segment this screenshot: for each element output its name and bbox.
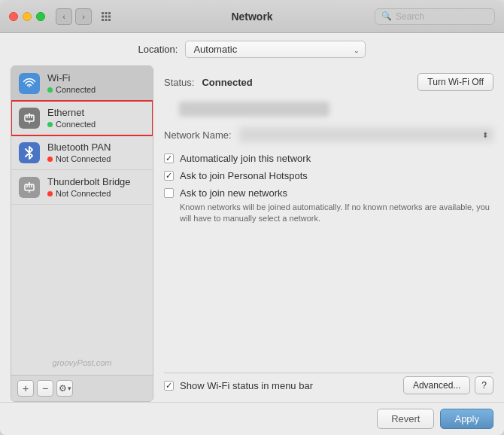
back-button[interactable]: ‹ bbox=[56, 8, 72, 25]
thunderbolt-item-name: Thunderbolt Bridge bbox=[47, 176, 131, 187]
personal-hotspot-row: ✓ Ask to join Personal Hotspots bbox=[164, 170, 493, 181]
description-text: Known networks will be joined automatica… bbox=[180, 202, 493, 225]
location-select[interactable]: Automatic bbox=[185, 41, 366, 58]
svg-rect-1 bbox=[105, 12, 108, 14]
advanced-button[interactable]: Advanced... bbox=[403, 376, 470, 394]
ip-address-blurred bbox=[172, 102, 493, 117]
forward-button[interactable]: › bbox=[75, 8, 92, 25]
search-icon: 🔍 bbox=[381, 11, 392, 21]
personal-hotspot-label: Ask to join Personal Hotspots bbox=[180, 170, 308, 181]
window-title: Network bbox=[231, 11, 272, 23]
sidebar-list: Wi-Fi Connected bbox=[11, 66, 153, 354]
bluetooth-icon-bg bbox=[19, 142, 40, 163]
checkmark-icon: ✓ bbox=[165, 172, 172, 180]
auto-join-checkbox[interactable]: ✓ bbox=[164, 154, 174, 163]
wifi-item-name: Wi-Fi bbox=[47, 72, 96, 84]
search-placeholder-text: Search bbox=[396, 11, 488, 22]
sidebar-item-bluetooth[interactable]: Bluetooth PAN Not Connected bbox=[11, 135, 153, 170]
ethernet-status-text: Connected bbox=[56, 120, 96, 129]
grid-button[interactable] bbox=[98, 8, 114, 25]
wifi-icon-bg bbox=[19, 73, 40, 94]
status-value: Connected bbox=[202, 77, 252, 88]
gear-button[interactable]: ⚙ ▾ bbox=[56, 380, 73, 397]
options-section: ✓ Automatically join this network ✓ Ask … bbox=[164, 153, 493, 225]
thunderbolt-icon-bg bbox=[19, 177, 40, 198]
bluetooth-item-name: Bluetooth PAN bbox=[47, 141, 111, 153]
status-label: Status: bbox=[164, 77, 194, 88]
divider bbox=[164, 373, 493, 373]
network-name-select-wrapper[interactable] bbox=[239, 127, 493, 142]
ip-blur bbox=[179, 102, 329, 117]
wifi-item-info: Wi-Fi Connected bbox=[47, 72, 96, 94]
close-button[interactable] bbox=[9, 12, 18, 21]
maximize-button[interactable] bbox=[36, 12, 45, 21]
thunderbolt-status-text: Not Connected bbox=[56, 189, 111, 198]
remove-service-button[interactable]: − bbox=[37, 380, 53, 397]
new-networks-checkbox[interactable] bbox=[164, 188, 174, 198]
svg-rect-7 bbox=[105, 19, 108, 21]
bottom-bar: Revert Apply bbox=[0, 402, 504, 435]
svg-rect-3 bbox=[102, 15, 104, 17]
traffic-lights bbox=[9, 12, 45, 21]
nav-buttons: ‹ › bbox=[56, 8, 92, 25]
ethernet-item-info: Ethernet Connected bbox=[47, 107, 96, 129]
search-box[interactable]: 🔍 Search bbox=[375, 8, 495, 25]
ethernet-item-status: Connected bbox=[47, 120, 96, 129]
new-networks-label: Ask to join new networks bbox=[180, 187, 287, 199]
ethernet-status-dot bbox=[47, 122, 53, 127]
ethernet-item-name: Ethernet bbox=[47, 107, 96, 118]
svg-rect-4 bbox=[105, 15, 108, 17]
svg-rect-0 bbox=[102, 12, 104, 14]
main-content: Wi-Fi Connected bbox=[0, 65, 504, 402]
ethernet-icon-bg bbox=[19, 108, 40, 129]
bluetooth-item-status: Not Connected bbox=[47, 154, 111, 163]
revert-button[interactable]: Revert bbox=[377, 409, 434, 429]
advanced-help-group: Advanced... ? bbox=[403, 376, 493, 394]
sidebar-footer: + − ⚙ ▾ bbox=[11, 375, 153, 401]
location-label: Location: bbox=[138, 44, 178, 55]
network-name-row: Network Name: bbox=[164, 127, 493, 142]
chevron-down-icon: ▾ bbox=[68, 385, 71, 392]
sidebar: Wi-Fi Connected bbox=[11, 65, 153, 402]
bottom-options: ✓ Show Wi-Fi status in menu bar Advanced… bbox=[164, 370, 493, 402]
bluetooth-status-dot bbox=[47, 157, 53, 162]
bluetooth-status-text: Not Connected bbox=[56, 154, 111, 163]
auto-join-label: Automatically join this network bbox=[180, 153, 311, 164]
minimize-button[interactable] bbox=[23, 12, 32, 21]
thunderbolt-item-info: Thunderbolt Bridge Not Connected bbox=[47, 176, 131, 198]
network-name-label: Network Name: bbox=[164, 129, 232, 141]
svg-rect-8 bbox=[108, 19, 111, 21]
checkmark-icon: ✓ bbox=[165, 154, 172, 163]
bluetooth-item-info: Bluetooth PAN Not Connected bbox=[47, 141, 111, 163]
wifi-item-status: Connected bbox=[47, 85, 96, 94]
sidebar-item-wifi[interactable]: Wi-Fi Connected bbox=[11, 66, 153, 101]
checkmark-icon: ✓ bbox=[165, 382, 172, 390]
bottom-row: ✓ Show Wi-Fi status in menu bar Advanced… bbox=[164, 376, 493, 397]
new-networks-row: Ask to join new networks bbox=[164, 187, 493, 199]
auto-join-row: ✓ Automatically join this network bbox=[164, 153, 493, 164]
status-row: Status: Connected Turn Wi-Fi Off bbox=[164, 73, 493, 91]
apply-button[interactable]: Apply bbox=[440, 409, 493, 429]
add-service-button[interactable]: + bbox=[17, 380, 34, 397]
main-window: ‹ › Network 🔍 Search Location: bbox=[0, 0, 504, 435]
show-wifi-row: ✓ Show Wi-Fi status in menu bar bbox=[164, 380, 313, 391]
personal-hotspot-checkbox[interactable]: ✓ bbox=[164, 171, 174, 181]
svg-rect-6 bbox=[102, 19, 104, 21]
titlebar: ‹ › Network 🔍 Search bbox=[0, 0, 504, 33]
turn-wifi-button[interactable]: Turn Wi-Fi Off bbox=[417, 73, 493, 91]
location-bar: Location: Automatic bbox=[0, 33, 504, 65]
sidebar-item-ethernet[interactable]: Ethernet Connected bbox=[11, 101, 153, 135]
show-wifi-label: Show Wi-Fi status in menu bar bbox=[180, 380, 313, 391]
location-select-wrapper[interactable]: Automatic bbox=[185, 41, 366, 58]
svg-rect-5 bbox=[108, 15, 111, 17]
thunderbolt-status-dot bbox=[47, 191, 53, 196]
svg-rect-2 bbox=[108, 12, 111, 14]
wifi-status-dot bbox=[47, 87, 53, 93]
show-wifi-checkbox[interactable]: ✓ bbox=[164, 381, 174, 391]
watermark: groovyPost.com bbox=[11, 354, 153, 375]
right-panel: Status: Connected Turn Wi-Fi Off Network… bbox=[164, 65, 493, 402]
gear-icon: ⚙ bbox=[59, 383, 67, 394]
thunderbolt-item-status: Not Connected bbox=[47, 189, 131, 198]
help-button[interactable]: ? bbox=[475, 376, 493, 394]
sidebar-item-thunderbolt[interactable]: Thunderbolt Bridge Not Connected bbox=[11, 170, 153, 205]
